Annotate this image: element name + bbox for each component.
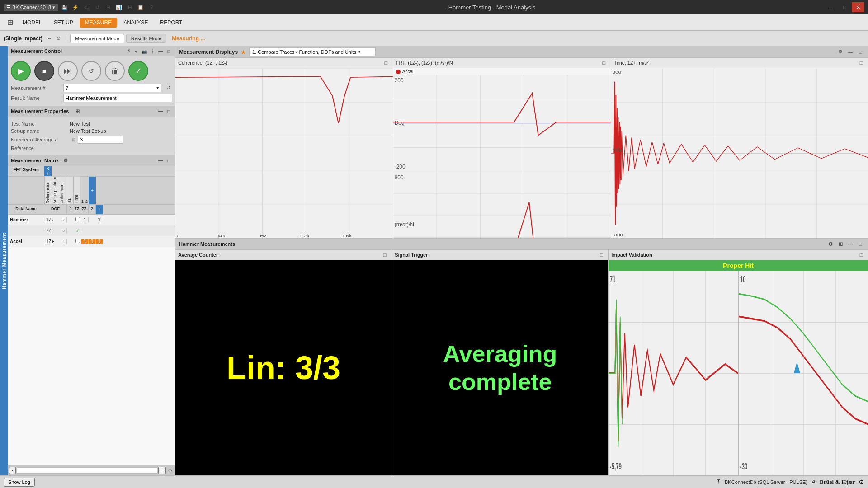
scroll-minus-button[interactable]: - xyxy=(9,467,16,474)
impact-time-chart: 71 -5,79 0 250m time / s 750m 1 xyxy=(609,271,738,475)
measurement-num-value: 7 xyxy=(66,85,68,91)
impact-maximize-icon[interactable]: □ xyxy=(857,251,865,259)
chart-icon[interactable]: 📊 xyxy=(115,3,123,11)
scroll-plus-button[interactable]: + xyxy=(158,467,166,474)
col-references: References xyxy=(44,177,52,204)
measurement-controls: ▶ ■ ⏭ ↺ 🗑 ✓ Measurement # 7 ▾ ↺ Resul xyxy=(8,56,175,106)
maximize-props-icon[interactable]: □ xyxy=(165,108,172,115)
refresh-control-icon[interactable]: ↺ xyxy=(124,47,132,55)
minimize-button[interactable]: — xyxy=(825,2,837,12)
minimize-props-icon[interactable]: — xyxy=(157,108,164,115)
matrix-settings-icon[interactable]: ⚙ xyxy=(61,156,70,164)
display-maximize-icon[interactable]: □ xyxy=(856,48,864,56)
table-icon[interactable]: ⊞ xyxy=(104,3,112,11)
vertical-label-hammer: Hammer Measurement xyxy=(0,46,8,475)
delete-button[interactable]: 🗑 xyxy=(105,61,125,81)
svg-text:(m/s²)/N: (m/s²)/N xyxy=(395,221,414,228)
record-icon[interactable]: ● xyxy=(132,47,140,55)
save-icon[interactable]: 💾 xyxy=(61,3,69,11)
scrollbar[interactable] xyxy=(17,467,157,474)
results-mode-tab[interactable]: Results Mode xyxy=(126,34,166,43)
average-counter-body: Lin: 3/3 xyxy=(175,260,392,475)
apps-icon[interactable]: ⊞ xyxy=(4,16,16,29)
measurement-mode-tab[interactable]: Measurement Mode xyxy=(70,34,124,43)
impact-validation-header: Impact Validation □ xyxy=(609,250,868,260)
tag-icon[interactable]: 🏷 xyxy=(82,3,90,11)
report-icon[interactable]: 📋 xyxy=(137,3,145,11)
minimize-matrix-icon[interactable]: — xyxy=(157,157,164,164)
row-add-button[interactable]: + xyxy=(96,205,103,214)
col-coherence: Coherence xyxy=(59,177,66,204)
next-button[interactable]: ⏭ xyxy=(58,61,78,81)
svg-rect-0 xyxy=(175,68,393,238)
accel-dof-1z: 1Z+4 xyxy=(44,239,67,244)
frf-chart-body: 200 Deg -200 xyxy=(393,75,611,238)
menu-model[interactable]: MODEL xyxy=(17,18,47,28)
db-icon: 🗄 xyxy=(716,479,721,485)
coherence-maximize-icon[interactable]: □ xyxy=(382,59,390,67)
frf-chart-title: FRF, (1Z-), (1Z-), (m/s²)/N □ xyxy=(393,58,611,68)
result-name-input[interactable] xyxy=(63,94,172,102)
hm-settings-icon[interactable]: ⚙ xyxy=(826,240,835,248)
accept-button[interactable]: ✓ xyxy=(128,61,148,81)
num-averages-input[interactable] xyxy=(78,136,123,144)
diamond-icon[interactable]: ◇ xyxy=(166,466,174,474)
more-icon[interactable]: ⋮ xyxy=(149,47,156,55)
close-button[interactable]: ✕ xyxy=(852,2,864,12)
hm-copy-icon[interactable]: ⊞ xyxy=(836,240,844,248)
grid-icon[interactable]: ⊟ xyxy=(126,3,134,11)
sig-maximize-icon[interactable]: □ xyxy=(597,251,605,259)
statusbar: Show Log 🗄 BKConnectDb (SQL Server - PUL… xyxy=(0,475,868,488)
reset-button[interactable]: ↺ xyxy=(81,61,101,81)
display-header: Measurement Displays ★ 1. Compare Traces… xyxy=(175,46,868,58)
col-add-button[interactable]: + xyxy=(89,177,96,204)
app-menu-button[interactable]: ☰ BK Connect 2018 ▾ xyxy=(4,4,58,11)
maximize-panel-icon[interactable]: □ xyxy=(165,47,172,55)
hm-maximize-icon[interactable]: □ xyxy=(856,240,864,248)
display-minimize-icon[interactable]: — xyxy=(846,48,854,56)
refresh-icon[interactable]: ↺ xyxy=(93,3,101,11)
display-settings-icon[interactable]: ⚙ xyxy=(836,48,844,56)
show-log-button[interactable]: Show Log xyxy=(4,478,35,487)
control-buttons-row: ▶ ■ ⏭ ↺ 🗑 ✓ xyxy=(11,59,172,83)
play-button[interactable]: ▶ xyxy=(11,61,31,81)
measurement-num-chevron: ▾ xyxy=(156,85,159,91)
fft-add-button[interactable]: 6+ xyxy=(44,166,52,176)
minimize-panel-icon[interactable]: — xyxy=(157,47,164,55)
avg-maximize-icon[interactable]: □ xyxy=(381,251,389,259)
svg-text:1,2k: 1,2k xyxy=(299,233,310,238)
hm-minimize-icon[interactable]: — xyxy=(846,240,854,248)
screenshot-icon[interactable]: 📷 xyxy=(141,47,148,55)
mode-arrow-icon[interactable]: ↝ xyxy=(44,34,52,42)
hammer-1z-check[interactable] xyxy=(74,217,81,222)
menu-report[interactable]: REPORT xyxy=(155,18,188,28)
menu-setup[interactable]: SET UP xyxy=(48,18,79,28)
menu-measure[interactable]: MEASURE xyxy=(80,18,117,28)
hammer-dof-1z: 1Z-2 xyxy=(44,217,67,223)
accel-1z-check[interactable] xyxy=(74,239,81,244)
sync-icon[interactable]: ⚡ xyxy=(71,3,80,11)
frf-phase-chart: 200 Deg -200 xyxy=(393,75,611,172)
time-maximize-icon[interactable]: □ xyxy=(857,59,865,67)
maximize-button[interactable]: □ xyxy=(838,2,851,12)
refresh-meas-icon[interactable]: ↺ xyxy=(164,84,172,92)
frf-maximize-icon[interactable]: □ xyxy=(600,59,608,67)
col-number-1: 1 xyxy=(80,177,85,204)
display-select[interactable]: 1. Compare Traces - Function, DOFs and U… xyxy=(249,47,376,56)
hammer-empty-label xyxy=(8,230,44,231)
table-row: Accel 1Z+4 1 1 1 xyxy=(8,236,175,247)
hammer-7z-check[interactable]: ✓ xyxy=(74,228,81,233)
help-icon[interactable]: ? xyxy=(147,3,156,11)
maximize-matrix-icon[interactable]: □ xyxy=(165,157,172,164)
stop-button[interactable]: ■ xyxy=(34,61,54,81)
proper-hit-text: Proper Hit xyxy=(723,262,754,269)
mode-settings-icon[interactable]: ⊙ xyxy=(54,34,62,42)
svg-text:200: 200 xyxy=(395,77,404,84)
signal-trigger-body: Averaging complete xyxy=(392,260,608,475)
toolbar: (Single Impact) ↝ ⊙ Measurement Mode Res… xyxy=(0,31,868,46)
hammer-dof-7z: 7Z-0 xyxy=(44,228,67,234)
menu-analyse[interactable]: ANALYSE xyxy=(118,18,153,28)
matrix-icon[interactable]: ⊞ xyxy=(73,107,81,115)
right-panel: Measurement Displays ★ 1. Compare Traces… xyxy=(175,46,868,475)
measurement-num-input[interactable]: 7 ▾ xyxy=(63,84,161,92)
